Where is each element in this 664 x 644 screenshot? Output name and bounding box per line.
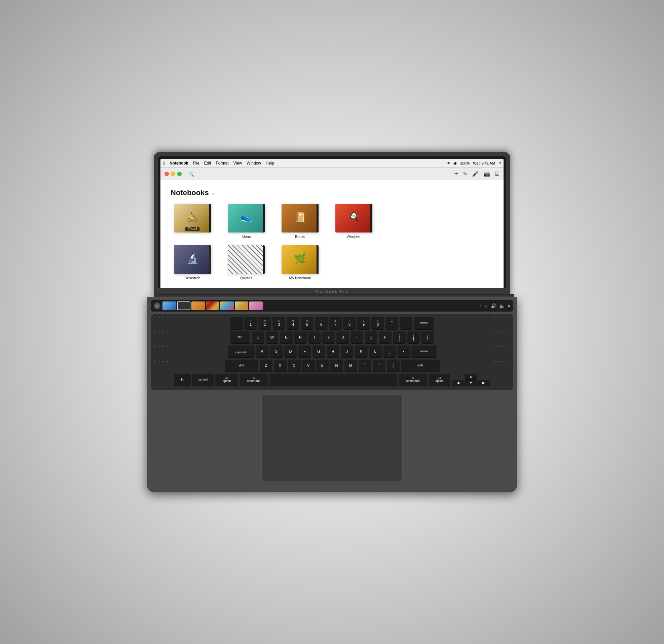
tb-brightness-icon[interactable]: ☼: [484, 303, 488, 308]
key-8[interactable]: *8: [343, 317, 356, 330]
notebook-item-books[interactable]: Books: [278, 204, 322, 239]
tb-mute-icon[interactable]: 🔈: [499, 303, 505, 308]
fullscreen-button[interactable]: [177, 172, 182, 176]
tb-thumb-5[interactable]: [220, 301, 234, 310]
key-n[interactable]: N: [330, 359, 343, 372]
key-delete[interactable]: delete: [414, 317, 434, 330]
key-command-right[interactable]: ⌘command: [399, 374, 427, 386]
key-shift-left[interactable]: shift: [225, 359, 258, 372]
key-backslash[interactable]: |\: [421, 331, 434, 344]
key-l[interactable]: L: [369, 345, 382, 358]
menu-window[interactable]: Window: [247, 161, 261, 165]
notebook-item-ideas[interactable]: Ideas: [224, 204, 268, 239]
notebook-item-research[interactable]: Research: [170, 245, 214, 280]
trackpad[interactable]: [261, 394, 403, 482]
key-arrow-down[interactable]: ▼: [464, 380, 477, 386]
key-j[interactable]: J: [341, 345, 354, 358]
notebook-item-mynotebook[interactable]: My Notebook: [278, 245, 322, 280]
notebooks-dropdown-icon[interactable]: ⌄: [211, 190, 215, 196]
key-comma[interactable]: <,: [358, 359, 371, 372]
key-period[interactable]: >.: [373, 359, 386, 372]
tb-thumb-3[interactable]: [191, 301, 205, 310]
menu-help[interactable]: Help: [266, 161, 274, 165]
key-q[interactable]: Q: [252, 331, 264, 344]
key-tab[interactable]: tab: [230, 331, 250, 344]
notebook-item-travel[interactable]: Travel: [170, 204, 214, 239]
key-9[interactable]: (9: [357, 317, 370, 330]
key-arrow-left[interactable]: ◀: [452, 380, 464, 386]
notebook-item-recipes[interactable]: Recipes: [332, 204, 376, 239]
key-i[interactable]: I: [351, 331, 363, 344]
tb-volume-icon[interactable]: 🔊: [491, 303, 497, 308]
key-4[interactable]: $4: [287, 317, 299, 330]
key-option-left[interactable]: altoption: [215, 374, 238, 386]
key-h[interactable]: H: [327, 345, 339, 358]
edit-icon[interactable]: ✎: [463, 170, 467, 177]
key-arrow-up[interactable]: ▲: [464, 374, 477, 380]
key-0[interactable]: )0: [371, 317, 384, 330]
tb-siri-icon[interactable]: ●: [507, 303, 510, 308]
key-k[interactable]: K: [355, 345, 368, 358]
key-6[interactable]: ^6: [315, 317, 328, 330]
key-bracket-l[interactable]: {[: [393, 331, 406, 344]
mic-icon[interactable]: 🎤: [472, 170, 479, 177]
key-minus[interactable]: —-: [386, 317, 398, 330]
key-option-right[interactable]: altoption: [429, 374, 451, 386]
key-w[interactable]: W: [266, 331, 278, 344]
key-arrow-right[interactable]: ▶: [477, 380, 490, 386]
key-backtick[interactable]: ~`: [230, 317, 243, 330]
key-2[interactable]: @2: [258, 317, 271, 330]
key-u[interactable]: U: [336, 331, 349, 344]
key-7[interactable]: &7: [329, 317, 342, 330]
checkbox-icon[interactable]: ☑: [495, 170, 499, 177]
key-shift-right[interactable]: shift: [401, 359, 440, 372]
menu-file[interactable]: File: [193, 161, 199, 165]
key-slash[interactable]: ?/: [387, 359, 400, 372]
key-equals[interactable]: +=: [400, 317, 412, 330]
key-t[interactable]: T: [308, 331, 321, 344]
key-1[interactable]: !1: [244, 317, 257, 330]
tb-thumb-1[interactable]: [163, 301, 176, 310]
notebook-item-quotes[interactable]: Quotes: [224, 245, 268, 280]
key-quote[interactable]: "': [397, 345, 410, 358]
key-bracket-r[interactable]: }]: [407, 331, 420, 344]
minimize-button[interactable]: [171, 172, 175, 176]
menu-app-name[interactable]: Notebook: [169, 161, 188, 165]
key-b[interactable]: B: [316, 359, 329, 372]
tb-thumb-2[interactable]: [177, 301, 190, 310]
key-m[interactable]: M: [345, 359, 357, 372]
key-space[interactable]: [269, 374, 397, 386]
key-z[interactable]: Z: [260, 359, 272, 372]
camera-icon[interactable]: 📷: [483, 170, 490, 177]
key-d[interactable]: D: [284, 345, 297, 358]
key-y[interactable]: Y: [322, 331, 335, 344]
key-v[interactable]: V: [302, 359, 315, 372]
key-a[interactable]: A: [256, 345, 269, 358]
key-command-left[interactable]: ⌘command: [240, 374, 268, 386]
touch-bar-close[interactable]: ✕: [154, 302, 161, 309]
tb-thumb-6[interactable]: [235, 301, 248, 310]
tb-thumb-4[interactable]: [206, 301, 219, 310]
key-3[interactable]: #3: [272, 317, 285, 330]
key-semicolon[interactable]: :;: [383, 345, 396, 358]
key-s[interactable]: S: [270, 345, 283, 358]
key-f[interactable]: F: [298, 345, 311, 358]
apple-menu[interactable]: : [163, 161, 165, 166]
key-5[interactable]: %5: [301, 317, 313, 330]
menu-edit[interactable]: Edit: [204, 161, 211, 165]
key-e[interactable]: E: [280, 331, 293, 344]
add-button[interactable]: +: [454, 170, 458, 178]
key-capslock[interactable]: •caps lock: [228, 345, 255, 358]
key-p[interactable]: P: [379, 331, 392, 344]
key-r[interactable]: R: [294, 331, 307, 344]
menubar-search-icon[interactable]: ☌: [498, 161, 501, 165]
key-fn[interactable]: fn: [174, 374, 191, 386]
key-x[interactable]: X: [274, 359, 287, 372]
menu-view[interactable]: View: [233, 161, 242, 165]
key-o[interactable]: O: [365, 331, 377, 344]
key-control[interactable]: control: [192, 374, 214, 386]
close-button[interactable]: [165, 172, 169, 176]
tb-chevron-left-icon[interactable]: ‹: [479, 303, 481, 308]
search-icon[interactable]: 🔍: [188, 171, 194, 177]
tb-thumb-7[interactable]: [249, 301, 263, 310]
